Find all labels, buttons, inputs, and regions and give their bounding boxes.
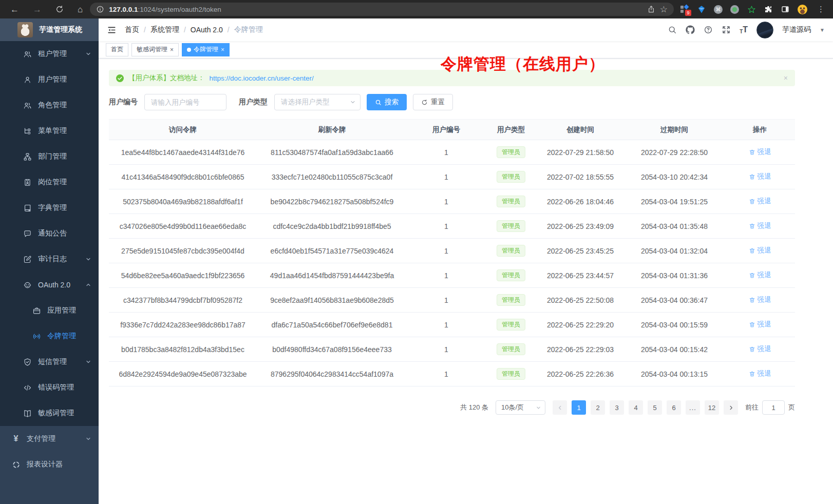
sidebar-item-tenant[interactable]: 租户管理 [0,41,99,67]
user-id-input[interactable] [144,94,226,110]
search-button-label: 搜索 [385,98,399,107]
font-size-icon[interactable]: TT [740,25,748,34]
sidebar-item-app-manage[interactable]: 应用管理 [0,298,99,323]
sidebar-item-menu[interactable]: 菜单管理 [0,118,99,144]
sidebar-item-audit-log[interactable]: 审计日志 [0,246,99,272]
column-header: 刷新令牌 [257,120,407,140]
sidebar-item-sms[interactable]: 短信管理 [0,349,99,375]
browser-forward-icon[interactable]: → [33,5,42,14]
sidebar-item-dict[interactable]: 字典管理 [0,195,99,221]
tab-sensitive-word[interactable]: 敏感词管理× [131,43,179,56]
page-button-5[interactable]: 5 [648,400,662,415]
reset-button[interactable]: 重置 [413,94,453,110]
pager-more-button[interactable]: ... [686,400,700,415]
jump-page-input[interactable] [762,400,785,415]
access-token-cell: 275e5de9151045fe87cbdc395e004f4d [109,239,257,263]
action-cell: 强退 [725,214,795,239]
page-button-2[interactable]: 2 [591,400,605,415]
help-icon[interactable] [704,25,713,34]
github-icon[interactable] [686,25,695,34]
star-extension-icon[interactable] [747,5,756,14]
fullscreen-icon[interactable] [722,25,731,34]
user-avatar[interactable] [756,22,773,38]
alert-close-icon[interactable]: × [784,74,788,82]
force-logout-label: 强退 [758,369,771,378]
doc-link[interactable]: https://doc.iocoder.cn/user-center/ [210,74,314,82]
browser-menu-icon[interactable]: ⋮ [815,5,825,14]
annotation-text: 令牌管理（在线用户） [441,53,605,75]
user-id-cell: 1 [407,189,485,214]
force-logout-button[interactable]: 强退 [749,172,771,181]
force-logout-button[interactable]: 强退 [749,246,771,255]
site-info-icon[interactable] [96,5,104,13]
page-content: 【用户体系】文档地址： https://doc.iocoder.cn/user-… [99,59,805,415]
sidebar-item-label: 支付管理 [27,434,55,443]
tab-close-icon[interactable]: × [170,47,174,53]
expire-time-cell: 2054-03-04 00:13:15 [624,362,725,386]
page-button-4[interactable]: 4 [629,400,643,415]
page-button-12[interactable]: 12 [705,400,719,415]
sidebar-item-label: 用户管理 [38,75,67,84]
tab-token-manage[interactable]: 令牌管理× [182,43,230,56]
user-type-tag: 管理员 [497,245,525,256]
command-extension-icon[interactable]: ⌘ [714,5,723,14]
page-button-1[interactable]: 1 [572,400,586,415]
tab-home[interactable]: 首页 [106,43,128,56]
force-logout-button[interactable]: 强退 [749,147,771,157]
user-type-select[interactable]: 请选择用户类型 [274,94,361,110]
action-cell: 强退 [725,313,795,337]
sidebar-item-post[interactable]: 岗位管理 [0,169,99,195]
page-size-select[interactable]: 10条/页 [496,400,545,415]
force-logout-button[interactable]: 强退 [749,221,771,230]
sidebar-item-dept[interactable]: 部门管理 [0,144,99,169]
sidebar-extension-icon[interactable] [781,5,790,14]
search-icon[interactable] [668,25,677,34]
share-icon[interactable] [647,5,655,13]
sidebar-item-oauth2[interactable]: OAuth 2.0 [0,272,99,298]
force-logout-button[interactable]: 强退 [749,270,771,280]
sidebar-item-sensitive-word[interactable]: 敏感词管理 [0,400,99,426]
breadcrumb-item[interactable]: OAuth 2.0 [191,26,223,34]
search-button[interactable]: 搜索 [367,94,407,110]
force-logout-button[interactable]: 强退 [749,320,771,329]
sidebar-item-user[interactable]: 用户管理 [0,67,99,92]
sidebar-item-report-designer[interactable]: 报表设计器 [0,452,99,477]
puzzle-extension-icon[interactable] [764,5,773,14]
sidebar-item-error-code[interactable]: 错误码管理 [0,375,99,400]
force-logout-button[interactable]: 强退 [749,369,771,378]
sidebar-item-payment[interactable]: ¥支付管理 [0,426,99,452]
browser-reload-icon[interactable] [55,5,64,13]
sidebar-item-notice[interactable]: 通知公告 [0,221,99,246]
page-button-6[interactable]: 6 [667,400,681,415]
book-icon [23,204,32,212]
bookmark-star-icon[interactable]: ☆ [660,5,668,14]
tab-close-icon[interactable]: × [221,47,224,53]
app-logo[interactable]: 芋道管理系统 [0,18,99,41]
next-page-button[interactable] [724,400,738,415]
browser-back-icon[interactable]: ← [10,5,19,14]
browser-url-bar[interactable]: 127.0.0.1:1024/system/oauth2/token ☆ [90,3,674,16]
table-row: 54d6be82ee5a460a9aedc1f9bf22365649d1aa46… [109,263,795,288]
browser-home-icon[interactable]: ⌂ [78,5,83,14]
emoji-profile-icon[interactable] [798,5,807,14]
username[interactable]: 芋道源码 [782,25,811,34]
sidebar-item-token-manage[interactable]: 令牌管理 [0,323,99,349]
action-cell: 强退 [725,288,795,313]
recorder-extension-icon[interactable] [730,5,739,14]
page-button-3[interactable]: 3 [610,400,624,415]
breadcrumb-item[interactable]: 系统管理 [150,25,179,34]
sidebar-item-role[interactable]: 角色管理 [0,92,99,118]
gem-extension-icon[interactable] [697,5,706,14]
sidebar-fold-icon[interactable] [107,25,117,35]
user-id-cell: 1 [407,263,485,288]
force-logout-label: 强退 [758,344,771,354]
breadcrumb-item[interactable]: 首页 [125,25,139,34]
chevron-down-icon[interactable]: ▼ [820,27,825,33]
force-logout-button[interactable]: 强退 [749,197,771,206]
force-logout-button[interactable]: 强退 [749,344,771,354]
expire-time-cell: 2054-03-04 00:15:59 [624,313,725,337]
extension-layout-diamond-icon[interactable]: 9 [680,5,689,14]
force-logout-button[interactable]: 强退 [749,295,771,304]
user-type-tag: 管理员 [497,196,525,207]
prev-page-button[interactable] [553,400,567,415]
